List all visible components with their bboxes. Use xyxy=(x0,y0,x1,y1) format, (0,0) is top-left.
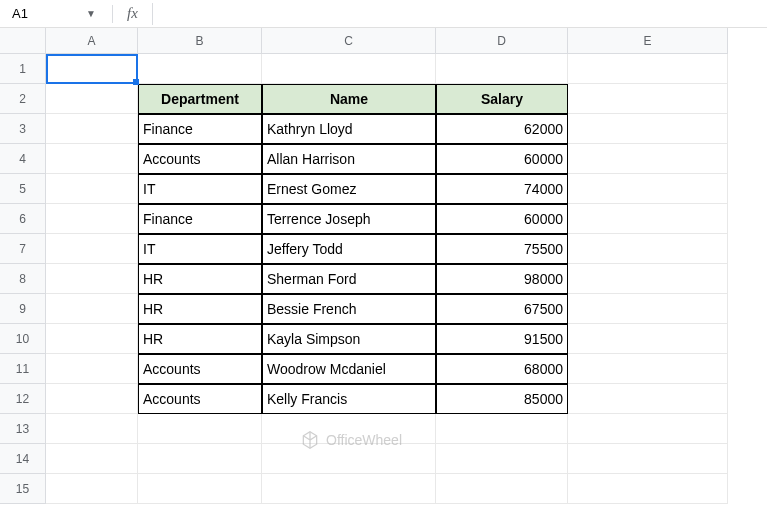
cell-E6[interactable] xyxy=(568,204,728,234)
name-cell[interactable]: Sherman Ford xyxy=(262,264,436,294)
cell-A15[interactable] xyxy=(46,474,138,504)
row-header-11[interactable]: 11 xyxy=(0,354,46,384)
cell-A2[interactable] xyxy=(46,84,138,114)
cell-E9[interactable] xyxy=(568,294,728,324)
row-header-8[interactable]: 8 xyxy=(0,264,46,294)
col-header-C[interactable]: C xyxy=(262,28,436,54)
name-cell[interactable]: Kayla Simpson xyxy=(262,324,436,354)
dept-cell[interactable]: Finance xyxy=(138,114,262,144)
cell-A6[interactable] xyxy=(46,204,138,234)
cell-A10[interactable] xyxy=(46,324,138,354)
name-cell[interactable]: Woodrow Mcdaniel xyxy=(262,354,436,384)
name-cell[interactable]: Jeffery Todd xyxy=(262,234,436,264)
salary-cell[interactable]: 91500 xyxy=(436,324,568,354)
cell-E15[interactable] xyxy=(568,474,728,504)
dept-cell[interactable]: Accounts xyxy=(138,354,262,384)
cell-E10[interactable] xyxy=(568,324,728,354)
cell-E12[interactable] xyxy=(568,384,728,414)
dept-cell[interactable]: IT xyxy=(138,174,262,204)
header-department[interactable]: Department xyxy=(138,84,262,114)
salary-cell[interactable]: 75500 xyxy=(436,234,568,264)
row-header-12[interactable]: 12 xyxy=(0,384,46,414)
cell-E8[interactable] xyxy=(568,264,728,294)
cell-E2[interactable] xyxy=(568,84,728,114)
cell-E13[interactable] xyxy=(568,414,728,444)
salary-cell[interactable]: 60000 xyxy=(436,144,568,174)
row-header-15[interactable]: 15 xyxy=(0,474,46,504)
cell-E1[interactable] xyxy=(568,54,728,84)
dept-cell[interactable]: Accounts xyxy=(138,384,262,414)
cell-A9[interactable] xyxy=(46,294,138,324)
col-header-B[interactable]: B xyxy=(138,28,262,54)
cell-A13[interactable] xyxy=(46,414,138,444)
cell-D1[interactable] xyxy=(436,54,568,84)
cell-A11[interactable] xyxy=(46,354,138,384)
cell-B13[interactable] xyxy=(138,414,262,444)
salary-cell[interactable]: 74000 xyxy=(436,174,568,204)
salary-cell[interactable]: 67500 xyxy=(436,294,568,324)
name-cell[interactable]: Kathryn Lloyd xyxy=(262,114,436,144)
cell-D15[interactable] xyxy=(436,474,568,504)
cell-A7[interactable] xyxy=(46,234,138,264)
cell-A8[interactable] xyxy=(46,264,138,294)
salary-cell[interactable]: 98000 xyxy=(436,264,568,294)
cell-A3[interactable] xyxy=(46,114,138,144)
cell-D13[interactable] xyxy=(436,414,568,444)
name-cell[interactable]: Allan Harrison xyxy=(262,144,436,174)
cell-B15[interactable] xyxy=(138,474,262,504)
dept-cell[interactable]: HR xyxy=(138,294,262,324)
dept-cell[interactable]: HR xyxy=(138,264,262,294)
cell-B14[interactable] xyxy=(138,444,262,474)
header-name[interactable]: Name xyxy=(262,84,436,114)
cell-E14[interactable] xyxy=(568,444,728,474)
cell-E7[interactable] xyxy=(568,234,728,264)
row-header-9[interactable]: 9 xyxy=(0,294,46,324)
salary-cell[interactable]: 85000 xyxy=(436,384,568,414)
name-cell[interactable]: Kelly Francis xyxy=(262,384,436,414)
row-header-2[interactable]: 2 xyxy=(0,84,46,114)
row-header-1[interactable]: 1 xyxy=(0,54,46,84)
cell-C15[interactable] xyxy=(262,474,436,504)
row-header-6[interactable]: 6 xyxy=(0,204,46,234)
hexagon-icon xyxy=(300,430,320,450)
select-all-corner[interactable] xyxy=(0,28,46,54)
cell-E4[interactable] xyxy=(568,144,728,174)
row-header-4[interactable]: 4 xyxy=(0,144,46,174)
cell-D14[interactable] xyxy=(436,444,568,474)
dept-cell[interactable]: IT xyxy=(138,234,262,264)
col-header-D[interactable]: D xyxy=(436,28,568,54)
header-salary[interactable]: Salary xyxy=(436,84,568,114)
cell-A1[interactable] xyxy=(46,54,138,84)
row-header-3[interactable]: 3 xyxy=(0,114,46,144)
salary-cell[interactable]: 62000 xyxy=(436,114,568,144)
dept-cell[interactable]: Accounts xyxy=(138,144,262,174)
formula-input[interactable] xyxy=(161,3,763,25)
cell-A12[interactable] xyxy=(46,384,138,414)
cell-C1[interactable] xyxy=(262,54,436,84)
cell-A5[interactable] xyxy=(46,174,138,204)
cell-reference-box[interactable]: A1 ▼ xyxy=(4,3,104,25)
row-header-10[interactable]: 10 xyxy=(0,324,46,354)
salary-cell[interactable]: 68000 xyxy=(436,354,568,384)
col-header-E[interactable]: E xyxy=(568,28,728,54)
name-cell[interactable]: Bessie French xyxy=(262,294,436,324)
name-cell[interactable]: Ernest Gomez xyxy=(262,174,436,204)
row-header-13[interactable]: 13 xyxy=(0,414,46,444)
dept-cell[interactable]: Finance xyxy=(138,204,262,234)
cell-B1[interactable] xyxy=(138,54,262,84)
watermark-text: OfficeWheel xyxy=(326,432,402,448)
row-header-14[interactable]: 14 xyxy=(0,444,46,474)
cell-E3[interactable] xyxy=(568,114,728,144)
cell-E5[interactable] xyxy=(568,174,728,204)
cell-E11[interactable] xyxy=(568,354,728,384)
row-header-7[interactable]: 7 xyxy=(0,234,46,264)
dept-cell[interactable]: HR xyxy=(138,324,262,354)
chevron-down-icon[interactable]: ▼ xyxy=(86,8,96,19)
cell-A4[interactable] xyxy=(46,144,138,174)
col-header-A[interactable]: A xyxy=(46,28,138,54)
salary-cell[interactable]: 60000 xyxy=(436,204,568,234)
cell-A14[interactable] xyxy=(46,444,138,474)
grid-row xyxy=(46,54,728,84)
row-header-5[interactable]: 5 xyxy=(0,174,46,204)
name-cell[interactable]: Terrence Joseph xyxy=(262,204,436,234)
